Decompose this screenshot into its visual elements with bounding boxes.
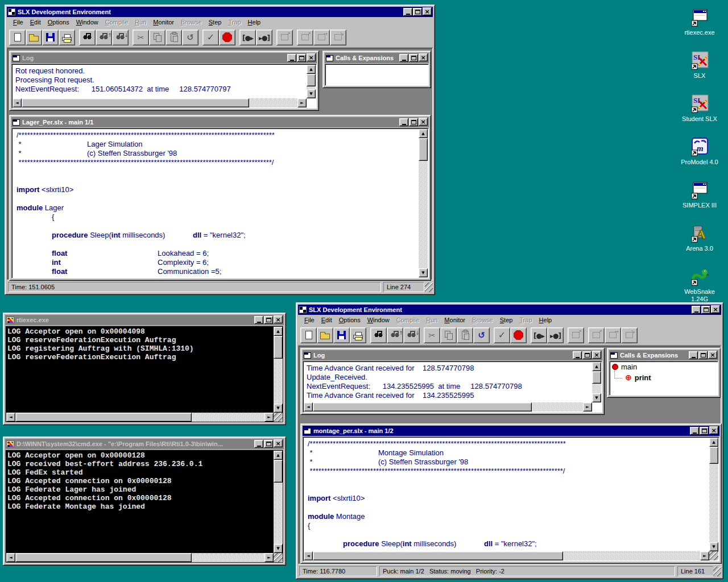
trace-tool-1-button[interactable] (276, 30, 293, 45)
console-titlebar[interactable]: rtiexec.exe × (5, 315, 284, 325)
scroll-down-icon[interactable]: ▼ (274, 544, 283, 553)
paste-button[interactable] (457, 327, 473, 343)
console-titlebar[interactable]: D:\WINNT\system32\cmd.exe - "e:\Program … (5, 439, 284, 449)
rtiexec-shortcut[interactable]: rtiexec.exe (675, 8, 725, 36)
scroll-right-icon[interactable]: ► (264, 413, 274, 422)
minimize-icon[interactable] (690, 427, 699, 435)
scrollbar-thumb[interactable] (307, 74, 316, 86)
maximize-icon[interactable] (413, 8, 422, 16)
menu-item-compile[interactable]: Compile (393, 315, 423, 325)
save-button[interactable] (333, 327, 350, 343)
find-next-button[interactable] (112, 30, 129, 45)
menu-item-help[interactable]: Help (245, 18, 264, 27)
tree-item-print[interactable]: ⊕print (610, 372, 718, 383)
scroll-left-icon[interactable]: ◄ (304, 551, 313, 560)
vertical-scrollbar[interactable]: ▲ ▼ (709, 438, 718, 551)
copy-button[interactable] (149, 30, 166, 45)
resize-grip[interactable] (709, 551, 718, 560)
scroll-right-icon[interactable]: ► (700, 551, 709, 560)
log-titlebar[interactable]: Log × (303, 350, 602, 360)
menu-item-edit[interactable]: Edit (27, 18, 44, 27)
resize-grip[interactable] (425, 282, 433, 292)
check-syntax-button[interactable] (202, 30, 219, 45)
maximize-icon[interactable] (582, 351, 592, 359)
close-icon[interactable]: × (274, 439, 283, 447)
find-button[interactable] (370, 327, 387, 343)
slx-shortcut[interactable]: SLSLX (675, 51, 725, 80)
menu-item-help[interactable]: Help (536, 315, 556, 325)
scroll-up-icon[interactable]: ▲ (307, 65, 316, 74)
horizontal-scrollbar[interactable]: ◄ ► (304, 551, 709, 560)
cut-button[interactable] (133, 30, 149, 45)
maximize-icon[interactable] (264, 440, 273, 448)
maximize-icon[interactable] (409, 54, 418, 62)
scroll-left-icon[interactable]: ◄ (304, 402, 313, 411)
close-icon[interactable]: × (423, 7, 432, 15)
minimize-icon[interactable] (399, 54, 408, 62)
calls-titlebar[interactable]: Calls & Expansions × (325, 53, 429, 63)
scroll-left-icon[interactable]: ◄ (6, 553, 15, 562)
trace-tool-1-button[interactable] (568, 327, 584, 343)
vertical-scrollbar[interactable]: ▲ ▼ (592, 362, 601, 402)
vertical-scrollbar[interactable]: ▲ ▼ (274, 327, 283, 413)
open-file-button[interactable] (317, 327, 333, 343)
scroll-left-icon[interactable]: ◄ (13, 98, 22, 107)
minimize-icon[interactable] (254, 316, 263, 324)
scrollbar-thumb[interactable] (22, 98, 249, 107)
horizontal-scrollbar[interactable]: ◄ ► (6, 413, 274, 422)
horizontal-scrollbar[interactable]: ◄ ► (6, 553, 274, 562)
check-syntax-button[interactable] (494, 327, 510, 343)
scrollbar-thumb[interactable] (274, 460, 283, 483)
print-button[interactable] (350, 327, 366, 343)
trace-tool-2-button[interactable] (297, 30, 313, 45)
menu-item-file[interactable]: File (10, 18, 27, 27)
minimize-icon[interactable] (254, 440, 263, 448)
stop-button[interactable] (510, 327, 527, 343)
editor-titlebar[interactable]: montage_per.slx - main 1/2 × (303, 426, 719, 436)
horizontal-scrollbar[interactable]: ◄ ► (13, 98, 307, 107)
arena-shortcut[interactable]: AArena 3.0 (675, 224, 725, 252)
scroll-down-icon[interactable]: ▼ (592, 393, 601, 402)
menu-item-window[interactable]: Window (73, 18, 102, 27)
scroll-left-icon[interactable]: ◄ (6, 413, 15, 422)
trace-tool-2-button[interactable] (588, 327, 605, 343)
undo-button[interactable] (182, 30, 198, 45)
close-icon[interactable]: × (709, 426, 718, 434)
code-editor[interactable]: /***************************************… (304, 438, 709, 551)
menu-item-options[interactable]: Options (336, 315, 364, 325)
menu-item-options[interactable]: Options (44, 18, 73, 27)
minimize-icon[interactable] (287, 54, 296, 62)
new-file-button[interactable] (9, 30, 26, 45)
menu-item-file[interactable]: File (301, 315, 318, 325)
tree-item-main[interactable]: main (610, 361, 718, 372)
scroll-right-icon[interactable]: ► (297, 98, 307, 107)
minimize-icon[interactable] (692, 306, 701, 314)
cut-button[interactable] (424, 327, 440, 343)
save-button[interactable] (42, 30, 59, 45)
scroll-down-icon[interactable]: ▼ (307, 89, 316, 98)
scroll-up-icon[interactable]: ▲ (274, 327, 283, 336)
log-titlebar[interactable]: Log × (11, 53, 317, 63)
close-icon[interactable]: × (307, 53, 316, 61)
maximize-icon[interactable] (409, 118, 418, 126)
editor-titlebar[interactable]: Lager_Per.slx - main 1/1 × (11, 117, 429, 127)
menu-item-run[interactable]: Run (131, 18, 150, 27)
scrollbar-thumb[interactable] (313, 551, 563, 560)
trace-tool-4-button[interactable] (330, 30, 346, 45)
vertical-scrollbar[interactable]: ▲ ▼ (419, 129, 428, 277)
trace-tool-4-button[interactable] (621, 327, 638, 343)
menu-item-browse[interactable]: Browse (469, 315, 497, 325)
student-slx-shortcut[interactable]: SLStudent SLX (675, 94, 725, 123)
scrollbar-thumb[interactable] (419, 138, 428, 161)
trace-tool-3-button[interactable] (605, 327, 621, 343)
simplex-shortcut[interactable]: SIMPLEX III (675, 181, 725, 209)
step-out-button[interactable] (256, 30, 272, 45)
menu-item-step[interactable]: Step (205, 18, 225, 27)
minimize-icon[interactable] (403, 8, 412, 16)
menu-item-trap[interactable]: Trap (225, 18, 244, 27)
scroll-up-icon[interactable]: ▲ (274, 451, 283, 460)
minimize-icon[interactable] (399, 118, 408, 126)
menu-item-compile[interactable]: Compile (102, 18, 131, 27)
maximize-icon[interactable] (297, 54, 306, 62)
open-file-button[interactable] (26, 30, 42, 45)
